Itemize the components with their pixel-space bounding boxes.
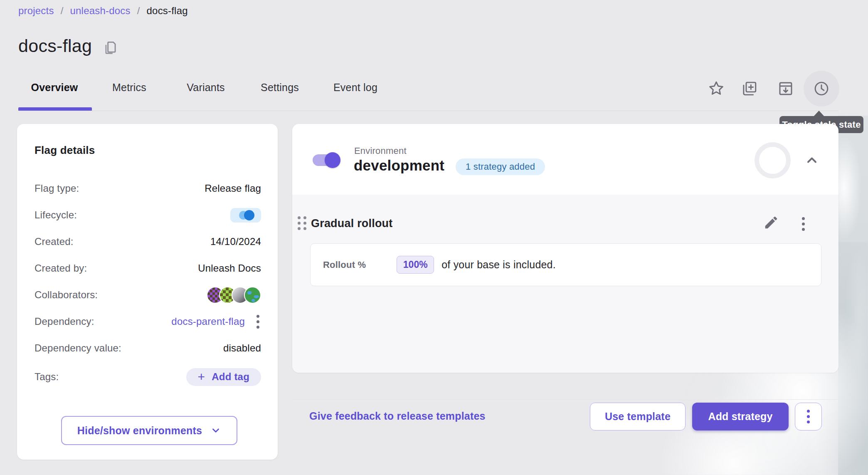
tags-label: Tags: — [35, 371, 59, 383]
tab-metrics[interactable]: Metrics — [112, 82, 146, 94]
dependency-link[interactable]: docs-parent-flag — [171, 316, 245, 327]
add-strategy-button[interactable]: Add strategy — [692, 403, 789, 430]
breadcrumb-separator: / — [61, 5, 64, 17]
environment-label: Environment — [354, 146, 407, 156]
breadcrumb-project-name[interactable]: unleash-docs — [70, 5, 131, 17]
tab-event-log[interactable]: Event log — [333, 82, 377, 94]
dependency-group: docs-parent-flag — [171, 313, 261, 330]
plus-icon: + — [198, 371, 205, 383]
use-template-button[interactable]: Use template — [590, 403, 686, 430]
lifecycle-label: Lifecycle: — [35, 209, 77, 221]
row-lifecycle: Lifecycle: — [35, 202, 261, 228]
row-created-by: Created by: Unleash Docs — [35, 255, 261, 282]
created-label: Created: — [35, 236, 74, 247]
toggle-thumb — [325, 152, 340, 168]
collaborators-label: Collaborators: — [35, 289, 98, 301]
add-tag-label: Add tag — [212, 371, 249, 383]
toggle-stale-clock-icon[interactable] — [804, 71, 839, 106]
copy-feature-icon[interactable] — [731, 71, 767, 106]
dependency-label: Dependency: — [35, 316, 94, 327]
flag-type-label: Flag type: — [35, 183, 79, 194]
avatar[interactable] — [244, 287, 261, 304]
copy-name-icon[interactable] — [103, 40, 118, 55]
more-actions-button[interactable] — [795, 403, 822, 430]
strategy-section: Gradual rollout Rollout % 100% of your b… — [292, 195, 838, 373]
flag-details-rows: Flag type: Release flag Lifecycle: Creat… — [35, 175, 261, 392]
lifecycle-stage-badge[interactable] — [230, 208, 261, 223]
tab-overview[interactable]: Overview — [31, 82, 78, 94]
row-dependency: Dependency: docs-parent-flag — [35, 308, 261, 335]
rollout-percentage-chip: 100% — [397, 256, 434, 274]
edit-strategy-icon[interactable] — [763, 215, 779, 230]
chevron-down-icon — [210, 425, 221, 436]
lifecycle-circle-dark — [244, 210, 254, 220]
breadcrumb-separator: / — [137, 5, 140, 17]
row-collaborators: Collaborators: — [35, 282, 261, 308]
dependency-value-label: Dependency value: — [35, 342, 121, 354]
row-flag-type: Flag type: Release flag — [35, 175, 261, 202]
tabs-divider — [18, 111, 838, 111]
rollout-label: Rollout % — [323, 260, 366, 270]
add-tag-button[interactable]: + Add tag — [186, 368, 261, 386]
environment-name: development — [354, 157, 444, 174]
archive-icon[interactable] — [768, 71, 804, 106]
environment-toggle[interactable] — [313, 154, 338, 166]
footer-divider — [292, 399, 838, 400]
strategy-count-badge: 1 strategy added — [456, 158, 545, 175]
flag-overview-page: projects / unleash-docs / docs-flag docs… — [0, 0, 868, 475]
breadcrumb-current: docs-flag — [147, 5, 188, 17]
row-created: Created: 14/10/2024 — [35, 228, 261, 255]
tab-settings[interactable]: Settings — [261, 82, 299, 94]
flag-details-card: Flag details Flag type: Release flag Lif… — [17, 124, 278, 460]
row-dependency-value: Dependency value: disabled — [35, 335, 261, 361]
breadcrumb: projects / unleash-docs / docs-flag — [18, 5, 188, 17]
feedback-link[interactable]: Give feedback to release templates — [309, 410, 486, 422]
environment-card: Environment development 1 strategy added… — [292, 124, 838, 373]
row-tags: Tags: + Add tag — [35, 361, 261, 392]
rollout-summary: Rollout % 100% of your base is included. — [310, 243, 821, 286]
strategy-title: Gradual rollout — [311, 217, 393, 230]
created-by-label: Created by: — [35, 262, 87, 274]
chevron-up-icon[interactable] — [804, 153, 819, 168]
breadcrumb-projects[interactable]: projects — [18, 5, 54, 17]
hide-show-environments-button[interactable]: Hide/show environments — [61, 416, 237, 445]
flag-details-heading: Flag details — [35, 144, 95, 157]
tab-variants[interactable]: Variants — [187, 82, 224, 94]
flag-type-value: Release flag — [205, 183, 261, 194]
dependency-value-value: disabled — [223, 342, 261, 354]
collaborator-avatars — [207, 287, 261, 304]
dependency-menu-icon[interactable] — [255, 313, 261, 330]
hide-show-label: Hide/show environments — [77, 425, 202, 437]
created-value: 14/10/2024 — [210, 236, 261, 247]
drag-handle-icon[interactable] — [298, 216, 306, 230]
kebab-icon — [805, 408, 811, 425]
rollout-description: of your base is included. — [441, 259, 556, 271]
favorite-star-icon[interactable] — [698, 71, 734, 106]
page-title: docs-flag — [18, 36, 92, 56]
created-by-value: Unleash Docs — [198, 262, 261, 274]
page-title-row: docs-flag — [18, 36, 118, 56]
metrics-ring — [755, 142, 791, 178]
strategy-menu-icon[interactable] — [800, 215, 806, 233]
